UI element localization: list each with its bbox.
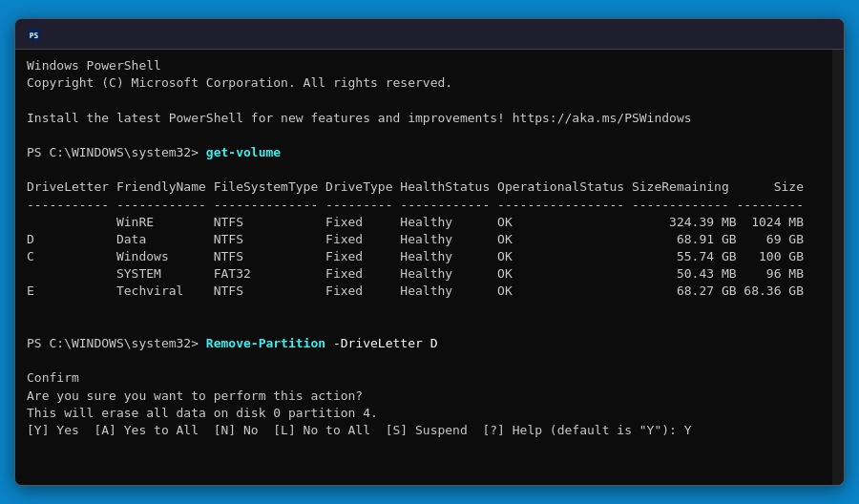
maximize-button[interactable] [741, 19, 785, 50]
titlebar-icon: PS [27, 27, 42, 42]
terminal-line [27, 127, 821, 144]
terminal-line [27, 318, 821, 335]
titlebar: PS [15, 19, 844, 50]
terminal-line [27, 92, 821, 109]
terminal-line: D Data NTFS Fixed Healthy OK 68.91 GB 69… [27, 231, 821, 248]
svg-text:PS: PS [30, 31, 39, 39]
terminal-line: Confirm [27, 369, 821, 387]
terminal-line: [Y] Yes [A] Yes to All [N] No [L] No to … [27, 422, 821, 439]
terminal-line: C Windows NTFS Fixed Healthy OK 55.74 GB… [27, 248, 821, 265]
titlebar-controls [693, 19, 832, 50]
terminal-line: ----------- ------------ -------------- … [27, 197, 821, 214]
terminal-line: PS C:\WINDOWS\system32> get-volume [27, 144, 821, 161]
terminal-line: DriveLetter FriendlyName FileSystemType … [27, 178, 821, 196]
terminal-wrapper: Windows PowerShellCopyright (C) Microsof… [15, 50, 844, 485]
terminal-line: E Techviral NTFS Fixed Healthy OK 68.27 … [27, 283, 821, 300]
terminal-body[interactable]: Windows PowerShellCopyright (C) Microsof… [15, 50, 832, 485]
terminal-line: SYSTEM FAT32 Fixed Healthy OK 50.43 MB 9… [27, 265, 821, 283]
terminal-line: Install the latest PowerShell for new fe… [27, 110, 821, 127]
terminal-line [27, 352, 821, 369]
scrollbar[interactable] [832, 50, 844, 485]
minimize-button[interactable] [693, 19, 737, 50]
terminal-line: PS C:\WINDOWS\system32> Remove-Partition… [27, 335, 821, 352]
terminal-line: WinRE NTFS Fixed Healthy OK 324.39 MB 10… [27, 214, 821, 231]
terminal-line: Windows PowerShell [27, 57, 821, 74]
terminal-line: Copyright (C) Microsoft Corporation. All… [27, 74, 821, 92]
close-button[interactable] [788, 19, 832, 50]
terminal-line: This will erase all data on disk 0 parti… [27, 405, 821, 422]
powershell-window: PS Windows PowerShellCopyright (C) Micro… [14, 18, 845, 486]
terminal-line [27, 301, 821, 318]
terminal-line [27, 161, 821, 178]
terminal-line: Are you sure you want to perform this ac… [27, 388, 821, 405]
